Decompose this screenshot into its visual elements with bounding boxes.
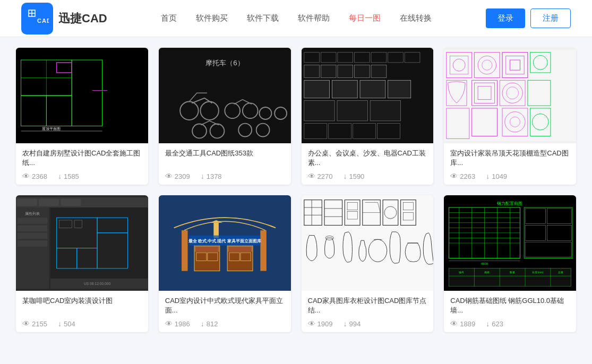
card-8[interactable]: 钢力配置前图 (444, 195, 576, 332)
svg-rect-88 (18, 233, 47, 239)
eye-icon-6: 👁 (165, 319, 173, 328)
card-7-downloads: ↓ 994 (343, 319, 361, 328)
svg-text:最全 欧式.中式.现代 家具平面立面图库: 最全 欧式.中式.现代 家具平面立面图库 (188, 238, 261, 244)
register-button[interactable]: 注册 (530, 8, 571, 28)
nav-daily[interactable]: 每日一图 (349, 13, 381, 23)
eye-icon-2: 👁 (165, 172, 173, 180)
eye-icon: 👁 (22, 172, 30, 180)
svg-text:屋顶平面图: 屋顶平面图 (42, 127, 61, 131)
card-8-thumb: 钢力配置前图 (444, 195, 576, 291)
card-2-stats: 👁 2309 ↓ 1378 (165, 172, 285, 180)
card-5-stats: 👁 2155 ↓ 504 (22, 319, 142, 328)
svg-text:编号: 编号 (459, 271, 465, 274)
svg-text:摩托车（6）: 摩托车（6） (205, 59, 244, 67)
download-icon-6: ↓ (201, 319, 204, 328)
svg-text:钢力配置前图: 钢力配置前图 (497, 201, 523, 206)
card-4-downloads: ↓ 1049 (486, 172, 507, 180)
svg-rect-109 (228, 247, 252, 252)
download-icon: ↓ (58, 172, 62, 180)
card-7-stats: 👁 1909 ↓ 994 (308, 319, 427, 328)
card-2-title: 最全交通工具CAD图纸353款 (165, 149, 285, 168)
download-icon-3: ↓ (343, 172, 347, 180)
svg-rect-39 (354, 65, 370, 78)
card-1-thumb: 屋顶平面图 (16, 48, 148, 143)
logo-area: CAD 迅捷CAD (21, 3, 107, 34)
svg-rect-81 (17, 199, 37, 206)
card-7[interactable]: CAD家具图库衣柜设计图CAD图库节点结... 👁 1909 ↓ 994 (302, 195, 434, 332)
card-5-downloads: ↓ 504 (58, 319, 75, 328)
card-2-downloads: ↓ 1378 (201, 172, 222, 180)
svg-rect-89 (18, 240, 47, 246)
card-4-views: 👁 2263 (450, 172, 475, 180)
card-4-stats: 👁 2263 ↓ 1049 (450, 172, 570, 180)
main-content: 屋顶平面图 农村自建房别墅设计图CAD全套施工图纸... 👁 2368 ↓ 15… (0, 37, 592, 343)
card-7-info: CAD家具图库衣柜设计图CAD图库节点结... 👁 1909 ↓ 994 (302, 291, 434, 332)
card-6-stats: 👁 1986 ↓ 812 (165, 319, 285, 328)
card-8-downloads: ↓ 623 (486, 319, 503, 328)
eye-icon-3: 👁 (308, 172, 315, 180)
card-6-downloads: ↓ 812 (201, 319, 218, 328)
download-icon-2: ↓ (201, 172, 204, 180)
nav-home[interactable]: 首页 (161, 13, 177, 23)
eye-icon-5: 👁 (22, 319, 30, 328)
svg-rect-46 (337, 101, 367, 121)
svg-text:CAD: CAD (37, 18, 49, 24)
card-3-thumb (302, 48, 434, 143)
nav-buy[interactable]: 软件购买 (196, 13, 228, 23)
card-7-title: CAD家具图库衣柜设计图CAD图库节点结... (308, 296, 427, 315)
card-4-info: 室内设计家装吊顶天花顶棚造型CAD图库... 👁 2263 ↓ 1049 (444, 143, 576, 185)
nav: 首页 软件购买 软件下载 软件帮助 每日一图 在线转换 (161, 13, 432, 23)
card-5-info: 某咖啡吧CAD室内装潢设计图 👁 2155 ↓ 504 (16, 291, 148, 332)
eye-icon-8: 👁 (450, 319, 458, 328)
download-icon-4: ↓ (486, 172, 490, 180)
card-6-title: CAD室内设计中式欧式现代家具平面立面... (165, 296, 285, 315)
card-1-info: 农村自建房别墅设计图CAD全套施工图纸... 👁 2368 ↓ 1585 (16, 143, 148, 185)
svg-text:6500: 6500 (481, 262, 488, 265)
svg-text:长度(mm): 长度(mm) (533, 271, 544, 274)
svg-rect-37 (321, 65, 336, 78)
login-button[interactable]: 登录 (486, 8, 525, 28)
card-1[interactable]: 屋顶平面图 农村自建房别墅设计图CAD全套施工图纸... 👁 2368 ↓ 15… (16, 48, 148, 185)
card-2-thumb: 摩托车（6） (159, 48, 291, 143)
card-8-stats: 👁 1889 ↓ 623 (450, 319, 570, 328)
svg-rect-43 (360, 80, 385, 98)
card-7-thumb (302, 195, 434, 291)
card-5[interactable]: 属性列表 (16, 195, 148, 332)
svg-rect-87 (18, 226, 47, 231)
card-4-thumb (444, 48, 576, 143)
svg-text:总量: 总量 (557, 271, 563, 274)
card-6-thumb: 最全 欧式.中式.现代 家具平面立面图库 (159, 195, 291, 291)
svg-rect-82 (39, 199, 59, 206)
card-grid: 屋顶平面图 农村自建房别墅设计图CAD全套施工图纸... 👁 2368 ↓ 15… (16, 48, 576, 332)
nav-convert[interactable]: 在线转换 (400, 13, 432, 23)
card-2[interactable]: 摩托车（6） (159, 48, 291, 185)
card-4[interactable]: 室内设计家装吊顶天花顶棚造型CAD图库... 👁 2263 ↓ 1049 (444, 48, 576, 185)
card-3[interactable]: 办公桌、会议桌、沙发、电器CAD工装素... 👁 2270 ↓ 1590 (302, 48, 434, 185)
svg-rect-104 (195, 247, 219, 252)
nav-help[interactable]: 软件帮助 (298, 13, 330, 23)
eye-icon-7: 👁 (308, 319, 315, 328)
svg-rect-102 (260, 230, 266, 271)
svg-rect-83 (61, 199, 81, 206)
svg-text:属性列表: 属性列表 (25, 212, 40, 215)
svg-rect-86 (18, 218, 47, 223)
svg-rect-41 (304, 80, 329, 98)
header: CAD 迅捷CAD 首页 软件购买 软件下载 软件帮助 每日一图 在线转换 登录… (0, 0, 592, 37)
card-8-title: CAD钢筋基础图纸 钢筋GGL10.0基础墙... (450, 296, 570, 315)
card-2-views: 👁 2309 (165, 172, 190, 180)
logo-icon: CAD (21, 3, 53, 34)
svg-rect-36 (304, 65, 319, 78)
download-icon-7: ↓ (343, 319, 347, 328)
svg-rect-40 (371, 65, 387, 78)
card-6-views: 👁 1986 (165, 319, 190, 328)
nav-download[interactable]: 软件下载 (247, 13, 279, 23)
card-5-thumb: 属性列表 (16, 195, 148, 291)
header-buttons: 登录 注册 (486, 8, 571, 28)
card-1-title: 农村自建房别墅设计图CAD全套施工图纸... (22, 149, 142, 168)
logo-text: 迅捷CAD (58, 11, 107, 27)
card-3-title: 办公桌、会议桌、沙发、电器CAD工装素... (308, 149, 427, 168)
card-6[interactable]: 最全 欧式.中式.现代 家具平面立面图库 CAD室内设计中式欧式现代家具平面立面… (159, 195, 291, 332)
card-2-info: 最全交通工具CAD图纸353款 👁 2309 ↓ 1378 (159, 143, 291, 185)
card-6-info: CAD室内设计中式欧式现代家具平面立面... 👁 1986 ↓ 812 (159, 291, 291, 332)
card-5-title: 某咖啡吧CAD室内装潢设计图 (22, 296, 142, 315)
